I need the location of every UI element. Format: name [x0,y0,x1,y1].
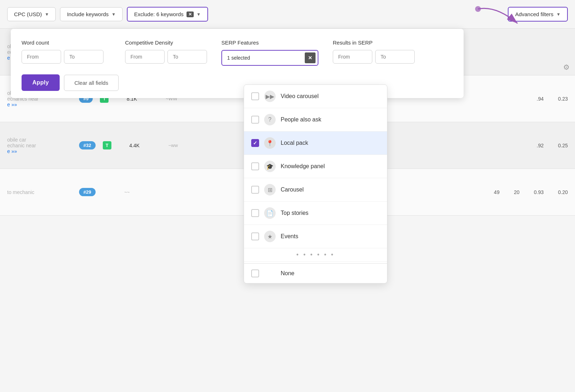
serp-option-top-stories[interactable]: 📄 Top stories [244,202,387,225]
clear-all-label: Clear all fields [74,80,108,86]
checkbox-local-pack[interactable] [251,139,259,147]
checkbox-top-stories[interactable] [251,209,259,217]
events-icon: ★ [264,231,276,242]
advanced-filters-button[interactable]: Advanced filters ▼ [508,7,568,22]
serp-option-people-also-ask[interactable]: ? People also ask [244,108,387,132]
serp-options-list: ▶▶ Video carousel ? People also ask 📍 Lo… [244,85,387,283]
chevron-down-icon: ▼ [556,12,561,17]
word-count-label: Word count [22,40,104,46]
competitive-density-inputs [125,50,207,64]
serp-features-label: SERP Features [221,40,318,46]
top-stories-icon: 📄 [264,207,276,219]
include-keywords-label: Include keywords [67,11,109,17]
results-in-serp-inputs [333,50,415,64]
word-count-to-input[interactable] [64,50,104,64]
t-badge: T [103,141,111,149]
filter-bar: CPC (USD) ▼ Include keywords ▼ Exclude: … [0,0,575,29]
serp-option-label: Top stories [281,210,308,216]
checkbox-events[interactable] [251,232,259,240]
exclude-keywords-button[interactable]: Exclude: 6 keywords ✕ ▼ [127,7,208,22]
results-in-serp-to-input[interactable] [375,50,415,64]
video-carousel-icon: ▶▶ [264,91,276,102]
apply-label: Apply [32,79,49,86]
chevron-down-icon: ▼ [45,12,49,17]
serp-option-label: Video carousel [281,93,319,100]
people-also-ask-icon: ? [264,114,276,125]
checkbox-video-carousel[interactable] [251,92,259,100]
serp-option-knowledge-panel[interactable]: 🎓 Knowledge panel [244,155,387,178]
scroll-indicator: • • • • • • [244,248,387,262]
serp-clear-button[interactable]: ✕ [305,52,316,63]
chevron-down-icon: ▼ [111,12,116,17]
knowledge-panel-icon: 🎓 [264,161,276,172]
cpc-filter-button[interactable]: CPC (USD) ▼ [7,7,56,21]
results-in-serp-filter: Results in SERP [333,40,415,64]
serp-option-carousel[interactable]: ⊞ Carousel [244,178,387,202]
advanced-filters-panel: Word count Competitive Density SERP Feat… [11,29,464,98]
clear-all-button[interactable]: Clear all fields [64,75,119,91]
checkbox-none[interactable] [251,269,259,277]
serp-option-label: Knowledge panel [281,163,325,170]
competitive-density-label: Competitive Density [125,40,207,46]
apply-button[interactable]: Apply [22,74,60,91]
local-pack-icon: 📍 [264,137,276,149]
serp-option-label: Local pack [281,140,308,146]
close-icon[interactable]: ✕ [187,11,194,17]
competitive-density-filter: Competitive Density [125,40,207,64]
rank-badge: #32 [79,141,96,149]
checkbox-carousel[interactable] [251,186,259,194]
serp-features-selector[interactable]: 1 selected ✕ [221,50,318,66]
cpc-filter-label: CPC (USD) [14,11,42,17]
word-count-from-input[interactable] [22,50,61,64]
gear-icon[interactable]: ⚙ [563,63,570,72]
serp-option-label: None [281,270,294,277]
word-count-inputs [22,50,104,64]
carousel-icon: ⊞ [264,184,276,195]
serp-option-events[interactable]: ★ Events [244,225,387,248]
rank-badge: #29 [79,188,96,196]
serp-option-local-pack[interactable]: 📍 Local pack [244,132,387,155]
chevron-down-icon: ▼ [197,12,201,17]
serp-features-filter: SERP Features 1 selected ✕ [221,40,318,66]
advanced-filters-label: Advanced filters [515,11,553,17]
checkbox-knowledge-panel[interactable] [251,162,259,170]
serp-option-label: Events [281,233,298,240]
checkbox-people-also-ask[interactable] [251,116,259,124]
serp-option-label: People also ask [281,116,321,123]
competitive-density-from-input[interactable] [125,50,165,64]
filters-row: Word count Competitive Density SERP Feat… [22,40,453,66]
word-count-filter: Word count [22,40,104,64]
exclude-keywords-label: Exclude: 6 keywords [134,11,184,17]
serp-dropdown: ▶▶ Video carousel ? People also ask 📍 Lo… [244,84,387,283]
panel-actions: Apply Clear all fields [22,74,453,91]
serp-option-video-carousel[interactable]: ▶▶ Video carousel [244,85,387,108]
include-keywords-button[interactable]: Include keywords ▼ [60,7,123,21]
results-in-serp-label: Results in SERP [333,40,415,46]
serp-selected-count: 1 selected [222,55,305,61]
competitive-density-to-input[interactable] [167,50,207,64]
results-in-serp-from-input[interactable] [333,50,372,64]
serp-option-label: Carousel [281,186,304,193]
serp-option-none[interactable]: None [244,263,387,283]
